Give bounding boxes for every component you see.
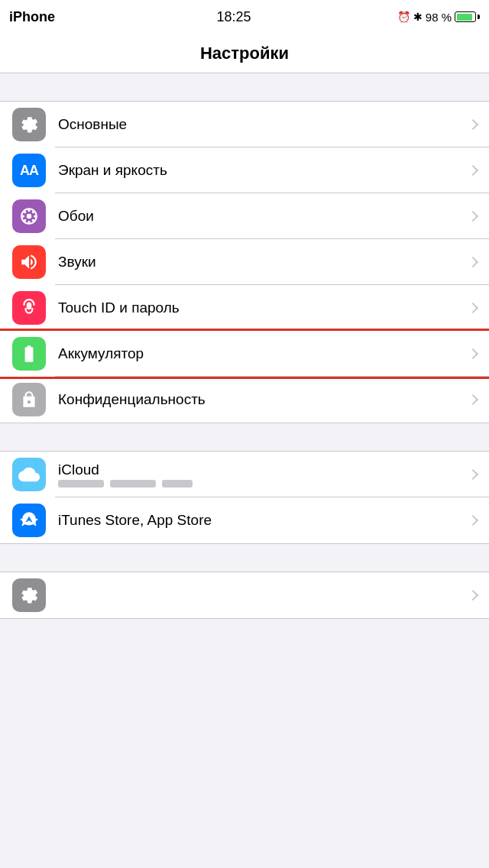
partial-chevron (468, 590, 478, 601)
sublabel-block-1 (58, 480, 104, 487)
icloud-icon (12, 458, 46, 491)
icloud-content: iCloud (58, 462, 469, 487)
display-label: Экран и яркость (58, 162, 469, 179)
appstore-icon (12, 504, 46, 537)
privacy-label: Конфиденциальность (58, 391, 469, 408)
section-gap-2 (0, 423, 489, 451)
partial-icon (12, 578, 46, 612)
battery-label: Аккумулятор (58, 345, 469, 362)
settings-item-sounds[interactable]: Звуки (0, 239, 489, 285)
settings-item-privacy[interactable]: Конфиденциальность (0, 377, 489, 423)
sublabel-block-3 (162, 480, 193, 487)
settings-item-icloud[interactable]: iCloud (0, 452, 489, 497)
privacy-chevron (468, 394, 478, 405)
touchid-icon (12, 291, 46, 325)
svg-point-0 (27, 214, 32, 219)
icloud-chevron (468, 469, 478, 480)
settings-item-wallpaper[interactable]: Обои (0, 193, 489, 239)
carrier-label: iPhone (9, 9, 70, 25)
settings-item-general[interactable]: Основные (0, 102, 489, 147)
battery-icon (455, 11, 480, 22)
wallpaper-chevron (468, 211, 478, 222)
settings-group-3 (0, 572, 489, 619)
svg-point-3 (22, 215, 24, 217)
privacy-icon (12, 383, 46, 416)
settings-group-1: Основные AA Экран и яркость Обои (0, 101, 489, 423)
svg-point-4 (34, 215, 36, 217)
settings-item-battery[interactable]: Аккумулятор (0, 331, 489, 377)
battery-setting-icon (12, 337, 46, 371)
svg-point-2 (28, 221, 30, 223)
sounds-label: Звуки (58, 254, 469, 270)
general-chevron (468, 119, 478, 130)
settings-item-partial[interactable] (0, 572, 489, 618)
svg-point-5 (24, 211, 26, 213)
bluetooth-icon: ✱ (413, 11, 423, 23)
status-bar: iPhone 18:25 ⏰ ✱ 98 % (0, 0, 489, 34)
svg-point-6 (32, 219, 34, 222)
svg-point-1 (28, 209, 30, 212)
svg-point-8 (24, 219, 26, 222)
time-label: 18:25 (216, 9, 251, 25)
itunes-label: iTunes Store, App Store (58, 512, 469, 529)
icloud-label: iCloud (58, 462, 469, 478)
touchid-label: Touch ID и пароль (58, 300, 469, 316)
icloud-sublabel (58, 480, 469, 487)
wallpaper-icon (12, 199, 46, 233)
touchid-chevron (468, 303, 478, 313)
section-gap-1 (0, 73, 489, 101)
settings-group-2: iCloud iTunes Store, App Store (0, 451, 489, 544)
alarm-icon: ⏰ (397, 11, 410, 23)
display-icon: AA (12, 154, 46, 187)
general-icon (12, 108, 46, 141)
settings-item-display[interactable]: AA Экран и яркость (0, 147, 489, 193)
svg-point-7 (32, 211, 34, 213)
general-label: Основные (58, 116, 469, 133)
itunes-chevron (468, 515, 478, 526)
settings-item-touchid[interactable]: Touch ID и пароль (0, 285, 489, 331)
section-gap-3 (0, 544, 489, 572)
display-chevron (468, 165, 478, 176)
battery-chevron (468, 348, 478, 359)
settings-item-itunes[interactable]: iTunes Store, App Store (0, 497, 489, 543)
wallpaper-label: Обои (58, 208, 469, 225)
sublabel-block-2 (110, 480, 156, 487)
battery-percent: 98 % (426, 11, 452, 24)
navigation-bar: Настройки (0, 34, 489, 73)
sounds-chevron (468, 257, 478, 267)
status-indicators: ⏰ ✱ 98 % (397, 11, 480, 24)
page-title: Настройки (200, 44, 289, 63)
sounds-icon (12, 245, 46, 279)
